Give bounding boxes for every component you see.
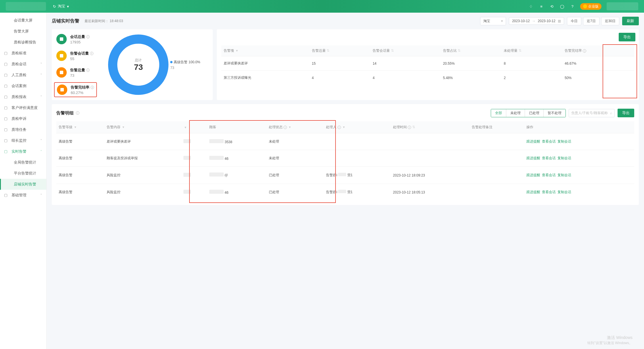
table-header[interactable]: 处理状态 i ▾: [267, 121, 324, 133]
sidebar-label: 实时告警: [12, 149, 26, 154]
action-link[interactable]: 查看会话: [542, 139, 556, 143]
filter-icon[interactable]: ▾: [74, 125, 76, 129]
action-link[interactable]: 跟进提醒: [526, 139, 540, 143]
layers-icon: ▢: [4, 84, 9, 88]
sidebar-item[interactable]: 店铺实时告警: [0, 179, 46, 190]
action-link[interactable]: 复制会话: [557, 190, 571, 194]
sync-icon[interactable]: ⟲: [549, 4, 554, 9]
sidebar-label: 基础管理: [12, 193, 26, 198]
headset-icon[interactable]: ◯: [559, 4, 565, 9]
sort-icon[interactable]: ⇅: [458, 49, 461, 53]
table-header[interactable]: 告警完结率 i: [562, 45, 634, 56]
search-input[interactable]: 负责人/子账号/顾客昵称 ⌕: [569, 109, 615, 117]
sidebar-item[interactable]: 会话量大屏: [0, 15, 46, 26]
sidebar-item[interactable]: ▢质检报表˅: [0, 91, 46, 102]
sort-icon[interactable]: ⇅: [519, 49, 522, 53]
info-icon[interactable]: i: [408, 126, 411, 129]
refresh-button[interactable]: 刷新: [622, 17, 639, 25]
platform-label: 淘宝: [58, 4, 65, 9]
sidebar-item[interactable]: ▢质检申诉: [0, 113, 46, 124]
user-avatar-placeholder[interactable]: [607, 2, 638, 10]
filter-icon[interactable]: ▾: [343, 125, 345, 129]
sidebar-item[interactable]: ▢质检标准: [0, 48, 46, 59]
platform-filter[interactable]: 淘宝▾: [480, 17, 506, 25]
platform-selector[interactable]: ↻ 淘宝 ▾: [53, 4, 69, 9]
sidebar-item[interactable]: 平台告警统计: [0, 168, 46, 179]
sidebar-item[interactable]: ▢质检会话˅: [0, 59, 46, 70]
sidebar-item[interactable]: ▢实时告警˄: [0, 146, 46, 157]
sidebar-item[interactable]: 质检诊断报告: [0, 37, 46, 48]
action-link[interactable]: 复制会话: [557, 173, 571, 177]
filter-icon[interactable]: ▾: [236, 49, 238, 53]
info-icon[interactable]: i: [583, 49, 586, 53]
table-row: 第三方投诉或曝光445.48%250%: [221, 71, 634, 85]
action-link[interactable]: 查看会话: [542, 156, 556, 160]
table-header[interactable]: 告警总量 ⇅: [310, 45, 371, 56]
status-tabs: 全部未处理已处理暂不处理: [491, 109, 566, 117]
person-icon: ▢: [4, 73, 9, 77]
table-header[interactable]: 处理人 i ▾: [324, 121, 391, 133]
export-detail-button[interactable]: 导出: [618, 109, 634, 117]
action-link[interactable]: 查看会话: [542, 173, 556, 177]
table-header[interactable]: 未处理量 ⇅: [501, 45, 562, 56]
sort-icon[interactable]: ⇅: [327, 49, 329, 53]
info-icon[interactable]: i: [76, 111, 79, 115]
table-header[interactable]: 告警等级 ▾: [56, 121, 104, 133]
sidebar-item[interactable]: ▢质培任务: [0, 124, 46, 135]
table-header[interactable]: 告警项 ▾: [221, 45, 310, 56]
stat-value: 73: [70, 73, 90, 78]
sidebar-item[interactable]: ▢客户评价满意度: [0, 102, 46, 113]
sidebar-label: 组长监控: [12, 138, 26, 143]
table-row: 高级告警顾客提及投诉或举报 46未处理跟进提醒查看会话复制会话: [56, 150, 634, 167]
date-range-picker[interactable]: 2023-10-12 → 2023-10-12 ▦: [509, 17, 564, 25]
action-link[interactable]: 跟进提醒: [526, 173, 540, 177]
sidebar-item[interactable]: ▢组长监控˅: [0, 135, 46, 146]
chat-icon: ▢: [4, 62, 9, 66]
table-header[interactable]: 告警内容 ▾: [104, 121, 181, 133]
stat-row: 会话总量 i17935: [56, 34, 95, 44]
table-header[interactable]: 顾客: [207, 121, 267, 133]
info-icon[interactable]: i: [283, 126, 287, 129]
filter-icon[interactable]: ▾: [289, 125, 291, 129]
table-header[interactable]: 告警处理备注: [469, 121, 524, 133]
filter-icon[interactable]: ▾: [122, 125, 124, 129]
sidebar-item[interactable]: ▢基础管理˅: [0, 190, 46, 201]
sort-icon[interactable]: ⇅: [412, 125, 415, 129]
action-link[interactable]: 跟进提醒: [526, 156, 540, 160]
svg-rect-0: [60, 37, 63, 41]
action-link[interactable]: 复制会话: [557, 139, 571, 143]
info-icon[interactable]: i: [90, 52, 93, 55]
status-tab[interactable]: 全部: [491, 109, 506, 117]
page-title: 店铺实时告警: [52, 18, 79, 24]
info-icon[interactable]: i: [338, 126, 341, 129]
action-link[interactable]: 查看会话: [542, 190, 556, 194]
sidebar-item[interactable]: ▢人工质检˅: [0, 70, 46, 80]
filter-icon[interactable]: ▾: [185, 125, 186, 129]
quick-range-button[interactable]: 近7日: [583, 17, 599, 25]
table-header[interactable]: 告警会话量 ⇅: [370, 45, 441, 56]
sidebar-item[interactable]: 全局告警统计: [0, 157, 46, 168]
status-tab[interactable]: 已处理: [525, 109, 544, 117]
info-icon[interactable]: i: [86, 35, 90, 39]
table-header[interactable]: 告警占比 ⇅: [441, 45, 502, 56]
chevron-up-icon: ˄: [40, 149, 42, 154]
chevron-down-icon: ▾: [67, 4, 69, 9]
sidebar-item[interactable]: ▢会话案例: [0, 80, 46, 91]
sidebar-item[interactable]: 告警大屏: [0, 26, 46, 37]
quick-range-button[interactable]: 今日: [567, 17, 581, 25]
table-header[interactable]: 处理时间 i ⇅: [391, 121, 469, 133]
action-link[interactable]: 跟进提醒: [526, 190, 540, 194]
export-summary-button[interactable]: 导出: [619, 33, 635, 41]
sort-icon[interactable]: ⇅: [391, 49, 394, 53]
table-header[interactable]: ▾: [181, 121, 207, 133]
help-icon[interactable]: ?: [570, 4, 575, 9]
status-tab[interactable]: 未处理: [506, 109, 525, 117]
info-icon[interactable]: i: [86, 68, 90, 72]
info-icon[interactable]: i: [91, 86, 94, 89]
table-header[interactable]: 操作: [524, 121, 634, 133]
quick-range-button[interactable]: 近30日: [601, 17, 619, 25]
action-link[interactable]: 复制会话: [557, 156, 571, 160]
list-icon[interactable]: ≡: [539, 4, 544, 9]
status-tab[interactable]: 暂不处理: [544, 109, 566, 117]
bell-icon[interactable]: ♢: [528, 4, 534, 9]
